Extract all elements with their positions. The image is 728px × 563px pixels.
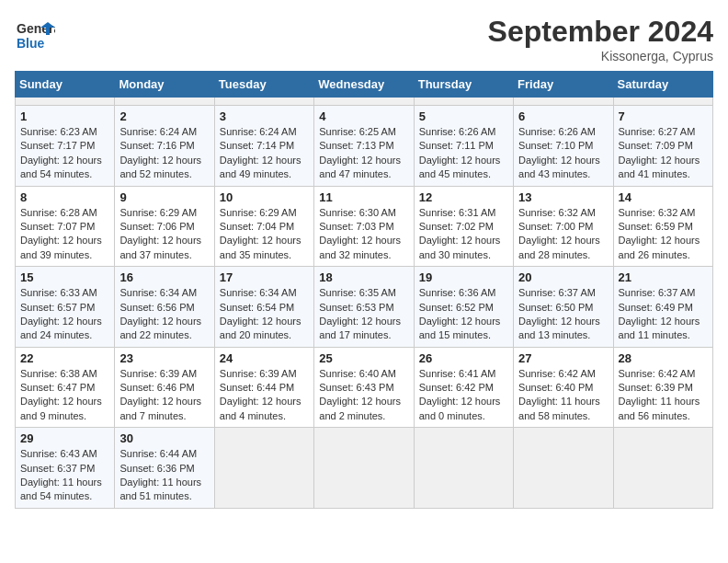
day-number: 27: [518, 351, 608, 365]
day-number: 12: [419, 190, 508, 204]
day-number: 19: [419, 270, 508, 284]
day-info: Sunrise: 6:36 AMSunset: 6:52 PMDaylight:…: [419, 286, 508, 343]
table-row: 20 Sunrise: 6:37 AMSunset: 6:50 PMDaylig…: [514, 267, 613, 348]
table-row: 26 Sunrise: 6:41 AMSunset: 6:42 PMDaylig…: [414, 347, 513, 428]
day-number: 3: [220, 109, 309, 123]
day-number: 4: [319, 109, 408, 123]
day-info: Sunrise: 6:37 AMSunset: 6:50 PMDaylight:…: [518, 286, 608, 343]
location: Kissonerga, Cyprus: [488, 49, 713, 63]
calendar-week-row: 1 Sunrise: 6:23 AMSunset: 7:17 PMDayligh…: [16, 106, 713, 187]
day-number: 8: [20, 190, 109, 204]
day-info: Sunrise: 6:42 AMSunset: 6:40 PMDaylight:…: [518, 367, 608, 424]
table-row: 10 Sunrise: 6:29 AMSunset: 7:04 PMDaylig…: [214, 186, 313, 267]
table-row: 6 Sunrise: 6:26 AMSunset: 7:10 PMDayligh…: [514, 106, 613, 187]
calendar-header-row: Sunday Monday Tuesday Wednesday Thursday…: [16, 72, 713, 98]
day-info: Sunrise: 6:24 AMSunset: 7:16 PMDaylight:…: [119, 125, 209, 182]
table-row: 3 Sunrise: 6:24 AMSunset: 7:14 PMDayligh…: [214, 106, 313, 187]
table-row: [214, 98, 313, 106]
day-info: Sunrise: 6:38 AMSunset: 6:47 PMDaylight:…: [20, 367, 109, 424]
logo: General Blue: [15, 15, 55, 55]
col-sunday: Sunday: [16, 72, 115, 98]
day-number: 14: [619, 190, 708, 204]
table-row: 23 Sunrise: 6:39 AMSunset: 6:46 PMDaylig…: [115, 347, 214, 428]
col-monday: Monday: [115, 72, 214, 98]
day-info: Sunrise: 6:41 AMSunset: 6:42 PMDaylight:…: [419, 367, 508, 424]
table-row: [613, 98, 712, 106]
table-row: [514, 98, 613, 106]
day-info: Sunrise: 6:34 AMSunset: 6:54 PMDaylight:…: [220, 286, 309, 343]
svg-text:Blue: Blue: [17, 36, 45, 51]
table-row: 18 Sunrise: 6:35 AMSunset: 6:53 PMDaylig…: [314, 267, 414, 348]
table-row: 1 Sunrise: 6:23 AMSunset: 7:17 PMDayligh…: [16, 106, 115, 187]
day-info: Sunrise: 6:24 AMSunset: 7:14 PMDaylight:…: [220, 125, 309, 182]
table-row: [414, 98, 513, 106]
table-row: 22 Sunrise: 6:38 AMSunset: 6:47 PMDaylig…: [16, 347, 115, 428]
table-row: 13 Sunrise: 6:32 AMSunset: 7:00 PMDaylig…: [514, 186, 613, 267]
day-info: Sunrise: 6:43 AMSunset: 6:37 PMDaylight:…: [20, 447, 109, 504]
col-friday: Friday: [514, 72, 613, 98]
day-number: 2: [119, 109, 209, 123]
table-row: 30 Sunrise: 6:44 AMSunset: 6:36 PMDaylig…: [115, 428, 214, 509]
calendar-week-row: 22 Sunrise: 6:38 AMSunset: 6:47 PMDaylig…: [16, 347, 713, 428]
table-row: 17 Sunrise: 6:34 AMSunset: 6:54 PMDaylig…: [214, 267, 313, 348]
calendar-week-row: [16, 98, 713, 106]
day-info: Sunrise: 6:44 AMSunset: 6:36 PMDaylight:…: [119, 447, 209, 504]
day-number: 28: [619, 351, 708, 365]
day-number: 30: [119, 431, 209, 445]
day-info: Sunrise: 6:29 AMSunset: 7:04 PMDaylight:…: [220, 206, 309, 263]
day-number: 7: [619, 109, 708, 123]
day-number: 5: [419, 109, 508, 123]
table-row: [514, 428, 613, 509]
day-number: 20: [518, 270, 608, 284]
day-info: Sunrise: 6:33 AMSunset: 6:57 PMDaylight:…: [20, 286, 109, 343]
day-number: 6: [518, 109, 608, 123]
day-info: Sunrise: 6:26 AMSunset: 7:11 PMDaylight:…: [419, 125, 508, 182]
day-number: 9: [119, 190, 209, 204]
day-number: 23: [119, 351, 209, 365]
day-info: Sunrise: 6:40 AMSunset: 6:43 PMDaylight:…: [319, 367, 408, 424]
table-row: [314, 428, 414, 509]
day-number: 11: [319, 190, 408, 204]
table-row: 27 Sunrise: 6:42 AMSunset: 6:40 PMDaylig…: [514, 347, 613, 428]
table-row: 19 Sunrise: 6:36 AMSunset: 6:52 PMDaylig…: [414, 267, 513, 348]
day-number: 18: [319, 270, 408, 284]
day-info: Sunrise: 6:39 AMSunset: 6:44 PMDaylight:…: [220, 367, 309, 424]
page-header: General Blue September 2024 Kissonerga, …: [15, 15, 713, 63]
day-info: Sunrise: 6:26 AMSunset: 7:10 PMDaylight:…: [518, 125, 608, 182]
day-info: Sunrise: 6:27 AMSunset: 7:09 PMDaylight:…: [619, 125, 708, 182]
table-row: 29 Sunrise: 6:43 AMSunset: 6:37 PMDaylig…: [16, 428, 115, 509]
day-number: 17: [220, 270, 309, 284]
table-row: 8 Sunrise: 6:28 AMSunset: 7:07 PMDayligh…: [16, 186, 115, 267]
table-row: 15 Sunrise: 6:33 AMSunset: 6:57 PMDaylig…: [16, 267, 115, 348]
table-row: 7 Sunrise: 6:27 AMSunset: 7:09 PMDayligh…: [613, 106, 712, 187]
day-info: Sunrise: 6:42 AMSunset: 6:39 PMDaylight:…: [619, 367, 708, 424]
table-row: 5 Sunrise: 6:26 AMSunset: 7:11 PMDayligh…: [414, 106, 513, 187]
logo-icon: General Blue: [15, 15, 55, 55]
table-row: 2 Sunrise: 6:24 AMSunset: 7:16 PMDayligh…: [115, 106, 214, 187]
col-tuesday: Tuesday: [214, 72, 313, 98]
day-number: 29: [20, 431, 109, 445]
day-info: Sunrise: 6:32 AMSunset: 6:59 PMDaylight:…: [619, 206, 708, 263]
table-row: [115, 98, 214, 106]
table-row: 24 Sunrise: 6:39 AMSunset: 6:44 PMDaylig…: [214, 347, 313, 428]
table-row: 28 Sunrise: 6:42 AMSunset: 6:39 PMDaylig…: [613, 347, 712, 428]
day-info: Sunrise: 6:28 AMSunset: 7:07 PMDaylight:…: [20, 206, 109, 263]
calendar-week-row: 8 Sunrise: 6:28 AMSunset: 7:07 PMDayligh…: [16, 186, 713, 267]
table-row: [214, 428, 313, 509]
month-title: September 2024: [488, 15, 713, 49]
day-number: 22: [20, 351, 109, 365]
day-info: Sunrise: 6:39 AMSunset: 6:46 PMDaylight:…: [119, 367, 209, 424]
table-row: 25 Sunrise: 6:40 AMSunset: 6:43 PMDaylig…: [314, 347, 414, 428]
table-row: [414, 428, 513, 509]
day-info: Sunrise: 6:30 AMSunset: 7:03 PMDaylight:…: [319, 206, 408, 263]
col-thursday: Thursday: [414, 72, 513, 98]
day-number: 1: [20, 109, 109, 123]
calendar-week-row: 15 Sunrise: 6:33 AMSunset: 6:57 PMDaylig…: [16, 267, 713, 348]
title-section: September 2024 Kissonerga, Cyprus: [488, 15, 713, 63]
day-info: Sunrise: 6:32 AMSunset: 7:00 PMDaylight:…: [518, 206, 608, 263]
table-row: [613, 428, 712, 509]
table-row: 21 Sunrise: 6:37 AMSunset: 6:49 PMDaylig…: [613, 267, 712, 348]
day-number: 10: [220, 190, 309, 204]
table-row: 16 Sunrise: 6:34 AMSunset: 6:56 PMDaylig…: [115, 267, 214, 348]
day-info: Sunrise: 6:29 AMSunset: 7:06 PMDaylight:…: [119, 206, 209, 263]
